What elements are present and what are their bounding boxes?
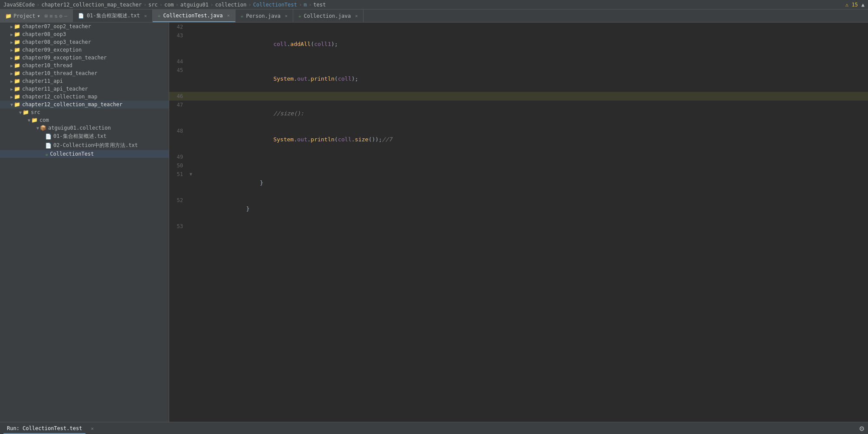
expand-arrow: ▶ [10,71,13,76]
bottom-tabs: Run: CollectionTest.test ✕ ⚙ [0,422,868,434]
sidebar: ▶ 📁 chapter07_oop2_teacher ▶ 📁 chapter08… [0,23,169,422]
breadcrumb-item[interactable]: chapter12_collection_map_teacher [41,2,141,8]
tab-label-person: Person.java [246,13,280,19]
sidebar-item-label: com [39,117,49,123]
layout-icon: ⊞ [45,13,48,19]
collapse-icon: ▼ [190,170,192,179]
run-tab-label: Run: CollectionTest.test [7,425,82,431]
java-icon: ☕ [45,151,48,157]
java-file-icon: ☕ [158,13,161,18]
tab-person[interactable]: ☕ Person.java ✕ [236,10,293,22]
folder-icon: 📁 [14,47,20,53]
sidebar-item-label: chapter12_collection_map_teacher [22,101,122,108]
sidebar-item-chapter12[interactable]: ▶ 📁 chapter12_collection_map [0,93,169,101]
sidebar-item-txt1[interactable]: 📄 01-集合框架概述.txt [0,132,169,141]
sidebar-item-chapter11[interactable]: ▶ 📁 chapter11_api [0,77,169,85]
folder-icon: 📁 [14,39,20,45]
folder-icon: 📁 [14,55,20,61]
code-line-52: 52 } [169,196,868,222]
sidebar-item-chapter08t[interactable]: ▶ 📁 chapter08_oop3_teacher [0,38,169,46]
line-content: } [195,196,249,222]
run-settings-button[interactable]: ⚙ [859,425,865,433]
tab-collection[interactable]: ☕ Collection.java ✕ [293,10,364,22]
line-number: 44 [169,57,187,66]
sidebar-item-chapter09[interactable]: ▶ 📁 chapter09_exception [0,46,169,54]
folder-icon: 📁 [14,86,20,92]
tab-label-txt: 01-集合框架概述.txt [87,12,140,20]
expand-arrow: ▼ [28,118,30,123]
tab-collection-test[interactable]: ☕ CollectionTest.java ✕ [153,10,236,22]
sidebar-item-chapter10t[interactable]: ▶ 📁 chapter10_thread_teacher [0,69,169,77]
sidebar-item-label: chapter07_oop2_teacher [22,23,91,29]
sidebar-item-chapter07[interactable]: ▶ 📁 chapter07_oop2_teacher [0,23,169,30]
sidebar-item-com[interactable]: ▼ 📁 com [0,116,169,124]
tab-txt[interactable]: 📄 01-集合框架概述.txt ✕ [73,10,153,22]
line-content: System.out.println(coll.size());//7 [195,127,392,153]
sidebar-item-chapter09t[interactable]: ▶ 📁 chapter09_exception_teacher [0,54,169,62]
breadcrumb-item[interactable]: collection [215,2,246,8]
line-gutter: ▼ [187,170,195,179]
line-number: 46 [169,92,187,101]
breadcrumb: JavaSECode › chapter12_collection_map_te… [3,2,326,8]
close-icon2[interactable]: ✕ [285,13,288,18]
folder-icon: 📁 [23,109,29,115]
sidebar-item-label: chapter11_api_teacher [22,86,88,92]
sidebar-item-label: atguigu01.collection [48,125,111,131]
sidebar-item-collection-test[interactable]: ☕ CollectionTest [0,150,169,158]
code-lines: 42 43 coll.addAll(coll1); 44 45 [169,23,868,231]
breadcrumb-item[interactable]: atguigu01 [180,2,209,8]
project-tab[interactable]: 📁 Project ▾ ⊞ ≡ ⇅ ⚙ — [0,10,73,22]
sidebar-item-label: chapter10_thread [22,62,72,69]
java-file-icon3: ☕ [298,13,301,19]
tab-bar: 📁 Project ▾ ⊞ ≡ ⇅ ⚙ — 📄 01-集合框架概述.txt ✕ … [0,10,868,23]
line-number: 49 [169,153,187,161]
tab-run[interactable]: Run: CollectionTest.test [3,424,85,434]
line-number: 47 [169,101,187,109]
expand-arrow: ▼ [36,126,39,131]
main-layout: ▶ 📁 chapter07_oop2_teacher ▶ 📁 chapter08… [0,23,868,422]
line-number: 52 [169,196,187,205]
sidebar-item-label: chapter08_oop3_teacher [22,39,91,45]
breadcrumb-item[interactable]: m [304,2,307,8]
folder-icon: 📁 [14,78,20,84]
expand-arrow: ▶ [10,95,13,99]
breadcrumb-item[interactable]: test [313,2,326,8]
breadcrumb-item-active[interactable]: CollectionTest [253,2,297,8]
sidebar-item-chapter12t[interactable]: ▼ 📁 chapter12_collection_map_teacher [0,101,169,108]
sidebar-item-atguigu[interactable]: ▼ 📦 atguigu01.collection [0,124,169,132]
line-content: } [195,170,263,196]
close-tab-icon[interactable]: ✕ [91,426,94,431]
code-line-43: 43 coll.addAll(coll1); [169,31,868,57]
breadcrumb-item[interactable]: com [164,2,174,8]
sidebar-item-chapter11t[interactable]: ▶ 📁 chapter11_api_teacher [0,85,169,93]
code-editor[interactable]: 42 43 coll.addAll(coll1); 44 45 [169,23,868,422]
close-icon[interactable]: ✕ [227,13,230,18]
folder-icon: 📁 [14,23,20,29]
sidebar-item-label: CollectionTest [50,151,94,157]
breadcrumb-item[interactable]: src [148,2,158,8]
close-icon[interactable]: ✕ [144,13,147,18]
expand-icon[interactable]: ▲ [861,2,865,8]
breadcrumb-item[interactable]: JavaSECode [3,2,35,8]
txt-icon: 📄 [45,143,52,149]
sidebar-item-label: chapter09_exception_teacher [22,55,107,61]
folder-icon: 📁 [5,13,12,19]
code-line-51: 51 ▼ } [169,170,868,196]
folder-icon: 📁 [31,117,38,123]
close-icon3[interactable]: ✕ [355,13,358,18]
sidebar-item-src[interactable]: ▼ 📁 src [0,108,169,116]
sidebar-item-txt2[interactable]: 📄 02-Collection中的常用方法.txt [0,141,169,150]
line-number: 51 [169,170,187,179]
tab-label-collection-test: CollectionTest.java [163,13,223,19]
chevron-down-icon: ▾ [37,13,40,19]
expand-arrow: ▶ [10,79,13,84]
sidebar-item-chapter08[interactable]: ▶ 📁 chapter08_oop3 [0,30,169,38]
filter-icon: ⇅ [54,13,57,19]
code-line-47: 47 //size(): [169,101,868,127]
expand-arrow: ▼ [10,102,13,107]
expand-arrow: ▶ [10,24,13,29]
line-number: 48 [169,127,187,135]
sidebar-item-chapter10[interactable]: ▶ 📁 chapter10_thread [0,62,169,69]
expand-arrow: ▶ [10,32,13,37]
bottom-panel: Run: CollectionTest.test ✕ ⚙ ▶ ⏹ ⟳ ↓↑ ↑↓… [0,422,868,434]
